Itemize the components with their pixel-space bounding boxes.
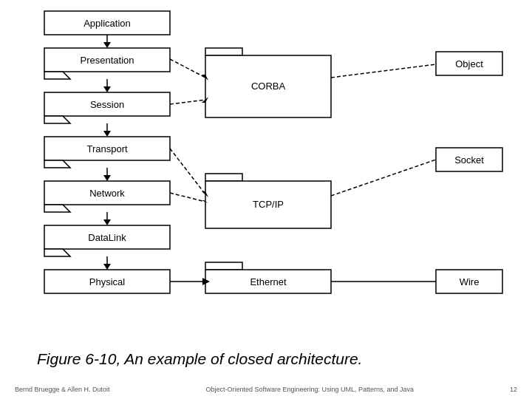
- svg-line-56: [331, 64, 436, 78]
- svg-marker-3: [103, 42, 111, 48]
- svg-marker-53: [202, 200, 208, 203]
- svg-line-50: [170, 149, 205, 194]
- svg-text:Network: Network: [89, 188, 125, 199]
- svg-text:Session: Session: [90, 99, 124, 110]
- svg-rect-34: [205, 174, 242, 181]
- svg-rect-37: [205, 262, 242, 270]
- footer-right: 12: [510, 386, 517, 393]
- svg-rect-42: [436, 148, 502, 171]
- svg-rect-4: [44, 48, 170, 72]
- svg-marker-11: [44, 116, 70, 123]
- svg-rect-44: [436, 270, 502, 293]
- svg-marker-51: [202, 191, 208, 197]
- svg-rect-32: [205, 55, 331, 117]
- svg-marker-6: [44, 72, 70, 79]
- svg-marker-23: [103, 219, 111, 225]
- svg-rect-9: [44, 92, 170, 116]
- svg-rect-24: [44, 225, 170, 249]
- svg-line-57: [331, 160, 436, 196]
- svg-rect-38: [205, 270, 331, 293]
- svg-text:TCP/IP: TCP/IP: [253, 199, 284, 210]
- svg-rect-40: [436, 52, 502, 75]
- svg-rect-19: [44, 181, 170, 205]
- svg-text:Transport: Transport: [86, 143, 128, 154]
- svg-marker-8: [103, 86, 111, 92]
- svg-marker-28: [103, 264, 111, 270]
- svg-marker-55: [202, 278, 210, 285]
- svg-marker-21: [44, 205, 70, 212]
- svg-rect-29: [44, 270, 170, 293]
- svg-marker-26: [44, 249, 70, 256]
- footer-left: Bernd Bruegge & Allen H. Dutoit: [15, 386, 110, 393]
- svg-text:DataLink: DataLink: [88, 232, 126, 243]
- footer-center: Object-Oriented Software Engineering: Us…: [205, 386, 414, 393]
- svg-line-46: [170, 59, 205, 78]
- svg-line-52: [170, 193, 205, 202]
- svg-line-48: [170, 100, 205, 104]
- svg-text:Object: Object: [455, 58, 483, 69]
- svg-marker-18: [103, 175, 111, 181]
- svg-text:Socket: Socket: [454, 154, 484, 166]
- svg-rect-0: [44, 11, 170, 35]
- svg-marker-16: [44, 160, 70, 168]
- svg-text:Presentation: Presentation: [81, 55, 134, 66]
- svg-rect-35: [205, 181, 331, 228]
- svg-text:Application: Application: [83, 18, 131, 29]
- svg-text:CORBA: CORBA: [251, 81, 286, 92]
- svg-rect-31: [205, 48, 242, 55]
- svg-text:Physical: Physical: [89, 276, 126, 287]
- svg-text:Wire: Wire: [460, 276, 480, 287]
- svg-text:Ethernet: Ethernet: [250, 276, 287, 287]
- svg-marker-47: [202, 75, 208, 81]
- svg-rect-14: [44, 137, 170, 160]
- figure-caption: Figure 6-10, An example of closed archit…: [37, 350, 362, 368]
- svg-marker-49: [202, 97, 208, 103]
- svg-marker-13: [103, 131, 111, 137]
